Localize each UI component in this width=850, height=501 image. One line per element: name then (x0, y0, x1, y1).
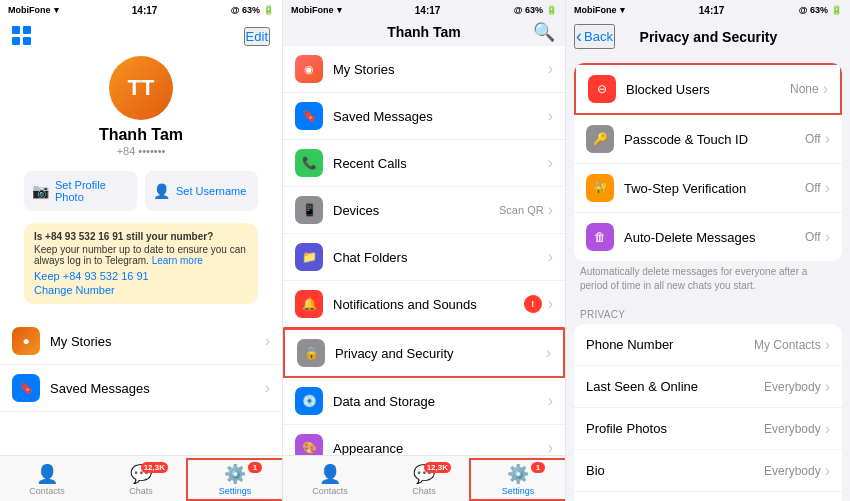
saved-icon: 🔖 (295, 102, 323, 130)
settings-notifications[interactable]: 🔔 Notifications and Sounds ! (283, 281, 565, 328)
chevron-icon (825, 179, 830, 197)
avatar: TT (109, 56, 173, 120)
chevron-icon (548, 439, 553, 455)
status-bar-2: MobiFone ▾ 14:17 @ 63% 🔋 (283, 0, 565, 20)
chevron-icon (825, 462, 830, 480)
settings-icon: ⚙️ (224, 463, 246, 485)
status-carrier-1: MobiFone ▾ (8, 5, 59, 15)
chevron-icon (546, 344, 551, 362)
settings-panel-title: Thanh Tam (387, 24, 461, 40)
calls-icon: 📞 (295, 149, 323, 177)
last-seen-row[interactable]: Last Seen & Online Everybody (574, 366, 842, 408)
forwarded-messages-row[interactable]: Forwarded Messages Everybody (574, 492, 842, 501)
learn-more-link[interactable]: Learn more (152, 255, 203, 266)
chevron-icon (825, 420, 830, 438)
two-step-row[interactable]: 🔐 Two-Step Verification Off (574, 164, 842, 213)
chevron-icon (823, 80, 828, 98)
privacy-group: Phone Number My Contacts Last Seen & Onl… (574, 324, 842, 501)
settings-devices[interactable]: 📱 Devices Scan QR (283, 187, 565, 234)
warning-body: Keep your number up to date to ensure yo… (34, 244, 248, 266)
data-icon: 💿 (295, 387, 323, 415)
passcode-icon: 🔑 (586, 125, 614, 153)
devices-icon: 📱 (295, 196, 323, 224)
chevron-icon (825, 228, 830, 246)
settings-recent-calls[interactable]: 📞 Recent Calls (283, 140, 565, 187)
chevron-icon (265, 379, 270, 397)
change-number-link[interactable]: Change Number (34, 284, 248, 296)
back-chevron-icon: ‹ (576, 26, 582, 47)
tab-contacts-2[interactable]: 👤 Contacts (283, 460, 377, 499)
settings-data-storage[interactable]: 💿 Data and Storage (283, 378, 565, 425)
grid-icon[interactable] (12, 26, 32, 46)
tab-contacts-1[interactable]: 👤 Contacts (0, 460, 94, 499)
settings-my-stories[interactable]: ◉ My Stories (283, 46, 565, 93)
auto-delete-desc: Automatically delete messages for everyo… (566, 261, 850, 301)
camera-icon: 📷 (32, 183, 49, 199)
notif-icon: 🔔 (295, 290, 323, 318)
edit-button[interactable]: Edit (244, 27, 270, 46)
profile-top-bar: Edit (12, 24, 270, 52)
profile-panel: MobiFone ▾ 14:17 @ 63% 🔋 Edit TT Thanh T… (0, 0, 283, 501)
devices-value: Scan QR (499, 204, 544, 216)
warning-title: Is +84 93 532 16 91 still your number? (34, 231, 248, 242)
tab-settings-1[interactable]: ⚙️ Settings 1 (188, 460, 282, 499)
profile-photos-row[interactable]: Profile Photos Everybody (574, 408, 842, 450)
appearance-icon: 🎨 (295, 434, 323, 455)
contacts-icon: 👤 (319, 463, 341, 485)
settings-badge-2: 1 (531, 462, 545, 473)
chevron-icon (548, 107, 553, 125)
chevron-icon (548, 392, 553, 410)
settings-chat-folders[interactable]: 📁 Chat Folders (283, 234, 565, 281)
search-button[interactable]: 🔍 (533, 21, 555, 43)
tab-settings-2[interactable]: ⚙️ Settings 1 (471, 460, 565, 499)
status-icons-1: @ 63% 🔋 (231, 5, 274, 15)
notification-badge: ! (524, 295, 542, 313)
phone-number-row[interactable]: Phone Number My Contacts (574, 324, 842, 366)
chevron-icon (548, 201, 553, 219)
folders-icon: 📁 (295, 243, 323, 271)
tab-chats-1[interactable]: 💬 Chats 12,3K (94, 460, 188, 499)
privacy-nav: ‹ Back Privacy and Security (566, 20, 850, 55)
tab-bar-1: 👤 Contacts 💬 Chats 12,3K ⚙️ Settings 1 (0, 455, 282, 501)
privacy-icon: 🔒 (297, 339, 325, 367)
auto-delete-row[interactable]: 🗑 Auto-Delete Messages Off (574, 213, 842, 261)
avatar-section: TT Thanh Tam +84 ••••••• (12, 52, 270, 165)
at-icon: 👤 (153, 183, 170, 199)
contacts-icon: 👤 (36, 463, 58, 485)
settings-appearance[interactable]: 🎨 Appearance (283, 425, 565, 455)
saved-icon: 🔖 (12, 374, 40, 402)
settings-privacy[interactable]: 🔒 Privacy and Security (283, 328, 565, 378)
chats-badge-2: 12,3K (424, 462, 451, 473)
blocked-users-row[interactable]: ⊖ Blocked Users None (574, 63, 842, 115)
set-username-button[interactable]: 👤 Set Username (145, 171, 258, 211)
status-bar-3: MobiFone ▾ 14:17 @ 63% 🔋 (566, 0, 850, 20)
privacy-panel-title: Privacy and Security (615, 29, 802, 45)
chevron-icon (825, 130, 830, 148)
blocked-icon: ⊖ (588, 75, 616, 103)
security-group: ⊖ Blocked Users None 🔑 Passcode & Touch … (574, 63, 842, 261)
tab-chats-2[interactable]: 💬 Chats 12,3K (377, 460, 471, 499)
settings-list: ◉ My Stories 🔖 Saved Messages 📞 Recent C… (283, 46, 565, 455)
privacy-list: ⊖ Blocked Users None 🔑 Passcode & Touch … (566, 55, 850, 501)
settings-icon-2: ⚙️ (507, 463, 529, 485)
set-profile-photo-button[interactable]: 📷 Set Profile Photo (24, 171, 137, 211)
profile-name: Thanh Tam (99, 126, 183, 144)
keep-number-link[interactable]: Keep +84 93 532 16 91 (34, 270, 248, 282)
saved-messages-row[interactable]: 🔖 Saved Messages (0, 365, 282, 412)
chevron-icon (548, 60, 553, 78)
stories-icon: ◉ (295, 55, 323, 83)
settings-saved-messages[interactable]: 🔖 Saved Messages (283, 93, 565, 140)
profile-actions: 📷 Set Profile Photo 👤 Set Username (12, 165, 270, 217)
twostep-icon: 🔐 (586, 174, 614, 202)
bio-row[interactable]: Bio Everybody (574, 450, 842, 492)
settings-badge: 1 (248, 462, 262, 473)
settings-panel: MobiFone ▾ 14:17 @ 63% 🔋 Thanh Tam 🔍 ◉ M… (283, 0, 566, 501)
privacy-section-header: PRIVACY (566, 301, 850, 324)
back-button[interactable]: ‹ Back (574, 24, 615, 49)
chevron-icon (548, 248, 553, 266)
tab-bar-2: 👤 Contacts 💬 Chats 12,3K ⚙️ Settings 1 (283, 455, 565, 501)
my-stories-row[interactable]: ● My Stories (0, 318, 282, 365)
passcode-row[interactable]: 🔑 Passcode & Touch ID Off (574, 115, 842, 164)
status-time-1: 14:17 (132, 5, 158, 16)
chevron-icon (825, 336, 830, 354)
